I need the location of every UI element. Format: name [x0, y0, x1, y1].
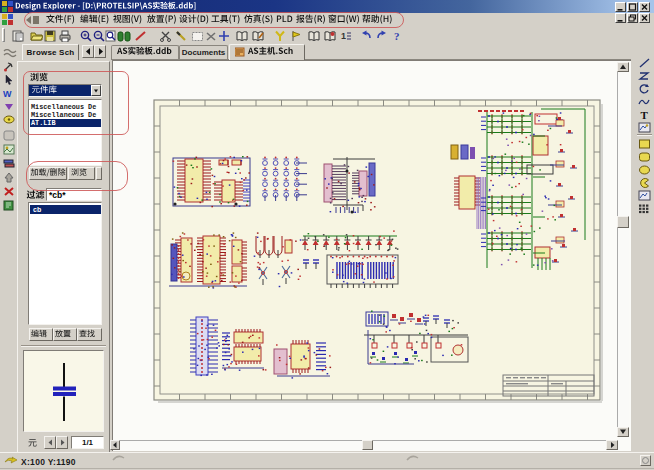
svg-text:T: T	[641, 109, 649, 121]
svg-text:W: W	[3, 89, 12, 99]
svg-text:1: 1	[341, 31, 346, 41]
svg-text:?: ?	[394, 30, 400, 42]
